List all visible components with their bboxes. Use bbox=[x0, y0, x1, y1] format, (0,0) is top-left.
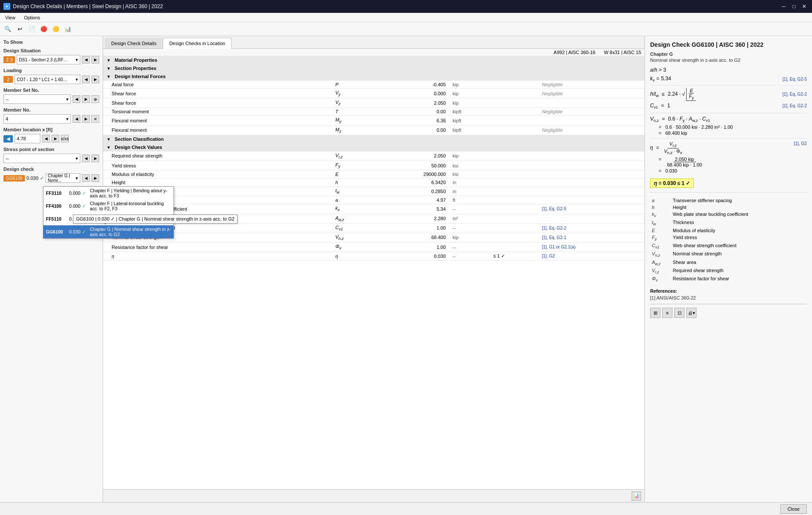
member-no-label: Member No. bbox=[3, 107, 99, 112]
dc-prev[interactable]: ◀ bbox=[82, 174, 90, 182]
ds-badge: 2.3 bbox=[3, 56, 15, 63]
ref-kv: [1], Eq. G2-5 bbox=[782, 77, 807, 82]
menu-view[interactable]: View bbox=[3, 14, 18, 21]
tool-search[interactable]: 🔍 bbox=[3, 24, 13, 34]
rp-btn-print-dropdown[interactable]: 🖨▾ bbox=[686, 308, 696, 318]
sp-next[interactable]: ▶ bbox=[91, 154, 99, 162]
table-row: Resistance factor for shear Φv 1.00 -- [… bbox=[103, 242, 645, 252]
list-item: Φv Resistance factor for shear bbox=[650, 275, 807, 283]
formula-vn-calc1: = 0.6 · 50.000 ksi · 2.280 in² · 1.00 bbox=[659, 124, 807, 130]
content-area: ▼ Material Properties ▼ Section Properti… bbox=[103, 56, 645, 489]
right-panel: Design Check GG6100 | AISC 360 | 2022 Ch… bbox=[645, 36, 812, 502]
rp-btn-list[interactable]: ≡ bbox=[662, 308, 672, 318]
member-no-select[interactable]: 4▾ bbox=[3, 114, 71, 124]
list-item: Vn,z Nominal shear strength bbox=[650, 250, 807, 258]
stress-point-label: Stress point of section bbox=[3, 147, 99, 152]
center-bottom-bar: 📊 bbox=[103, 489, 645, 502]
member-loc-label: Member location x [ft] bbox=[3, 127, 99, 132]
loc-next[interactable]: ▶ bbox=[52, 135, 59, 142]
mset-prev[interactable]: ◀ bbox=[73, 95, 80, 103]
loading-label: Loading bbox=[3, 68, 99, 73]
formula-section: a/h > 3 kv=5.34 [1], Eq. G2-5 h/tw ≤ 2.2… bbox=[650, 67, 807, 190]
rp-bottom-bar: ⊞ ≡ ⊡ 🖨▾ bbox=[650, 304, 807, 318]
list-item: tw Thickness bbox=[650, 219, 807, 227]
loading-badge: 2 bbox=[3, 76, 13, 83]
rp-btn-view[interactable]: ⊡ bbox=[674, 308, 684, 318]
dc-tooltip: GG6100 | 0.030 ✓ | Chapter G | Nominal s… bbox=[73, 215, 103, 224]
rp-btn-grid[interactable]: ⊞ bbox=[650, 308, 660, 318]
sp-prev[interactable]: ◀ bbox=[82, 154, 90, 162]
table-row: Torsional moment T 0.00 kipft Negligible bbox=[103, 108, 645, 116]
ref-eta: [1], G2 bbox=[794, 141, 807, 146]
section-dc-values[interactable]: ▼ Design Check Values bbox=[103, 143, 645, 151]
loading-prev[interactable]: ◀ bbox=[82, 76, 90, 83]
dc-value-display: 0.030 bbox=[27, 176, 39, 181]
table-row: Web shear strength coefficient Cv1 1.00 … bbox=[103, 223, 645, 233]
center-panel: Design Check Details Design Checks in Lo… bbox=[103, 36, 645, 502]
list-item: kv Web plate shear buckling coefficient bbox=[650, 211, 807, 219]
ds-prev[interactable]: ◀ bbox=[82, 56, 90, 64]
tool-yellow[interactable]: 🟡 bbox=[51, 24, 61, 34]
dc-desc-select[interactable]: Chapter G | Nomi...▾ bbox=[46, 173, 80, 183]
minimize-button[interactable]: ─ bbox=[779, 2, 788, 11]
tool-chart[interactable]: 📊 bbox=[63, 24, 73, 34]
tool-doc[interactable]: 📄 bbox=[27, 24, 37, 34]
mno-action[interactable]: ✕ bbox=[91, 115, 99, 123]
table-row: Yield stress Fy 50.000 ksi bbox=[103, 161, 645, 170]
close-button[interactable]: Close bbox=[780, 504, 807, 514]
tab-location[interactable]: Design Checks in Location bbox=[163, 38, 231, 49]
rp-title: Design Check GG6100 | AISC 360 | 2022 bbox=[650, 41, 807, 48]
list-item: E Modulus of elasticity bbox=[650, 227, 807, 234]
mno-prev[interactable]: ◀ bbox=[73, 115, 80, 123]
tool-back[interactable]: ↩ bbox=[15, 24, 25, 34]
loc-indicator: ◀ bbox=[3, 135, 13, 142]
dc-code-badge: GG6100 bbox=[3, 175, 25, 182]
stress-point-select[interactable]: --▾ bbox=[3, 154, 80, 163]
close-window-button[interactable]: ✕ bbox=[800, 2, 809, 11]
table-row: Axial force P -0.405 kip Negligible bbox=[103, 81, 645, 89]
ref-cv1: [1], Eq. G2-2 bbox=[782, 103, 807, 108]
section-properties[interactable]: ▼ Section Properties bbox=[103, 64, 645, 73]
ref-item: [1] ANSI/AISC 360-22 bbox=[650, 295, 807, 300]
section-material[interactable]: ▼ Material Properties bbox=[103, 56, 645, 64]
center-export-btn[interactable]: 📊 bbox=[632, 491, 641, 501]
tool-red[interactable]: 🔴 bbox=[39, 24, 49, 34]
title-bar: ✦ Design Check Details | Members | Steel… bbox=[0, 0, 812, 13]
tab-details[interactable]: Design Check Details bbox=[105, 38, 163, 48]
app-icon: ✦ bbox=[3, 3, 10, 10]
table-row: Modulus of elasticity E 29000.000 ksi bbox=[103, 170, 645, 179]
maximize-button[interactable]: □ bbox=[790, 2, 798, 11]
dc-option-ff3110[interactable]: FF3110 0.000 ✓ Chapter F | Yielding | Be… bbox=[43, 187, 103, 200]
formula-vn-calc2: = 68.400 kip bbox=[659, 130, 807, 136]
header-section: W 8x31 | AISC 15 bbox=[604, 50, 641, 55]
mno-next[interactable]: ▶ bbox=[82, 115, 90, 123]
formula-ah: a/h > 3 bbox=[650, 67, 666, 73]
loc-prev[interactable]: ◀ bbox=[42, 135, 50, 142]
ds-next[interactable]: ▶ bbox=[91, 56, 99, 64]
references-section: References: [1] ANSI/AISC 360-22 bbox=[650, 288, 807, 300]
loading-select[interactable]: CO7 - 1.20 * LC1 + 1.60 * LC3 + ... ▾ bbox=[15, 75, 80, 84]
list-item: Aw,z Shear area bbox=[650, 259, 807, 267]
dc-option-gg6100[interactable]: GG6100 0.030 ✓ Chapter G | Nominal shear… bbox=[43, 225, 103, 238]
dc-next[interactable]: ▶ bbox=[91, 174, 99, 182]
design-situation-label: Design Situation bbox=[3, 48, 99, 53]
properties-table: ▼ Material Properties ▼ Section Properti… bbox=[103, 56, 645, 261]
loading-next[interactable]: ▶ bbox=[91, 76, 99, 83]
menu-options[interactable]: Options bbox=[21, 14, 43, 21]
member-set-select[interactable]: --▾ bbox=[3, 94, 71, 104]
legend-table: a Transverse stiffener spacing h Height … bbox=[650, 197, 807, 284]
mset-next[interactable]: ▶ bbox=[82, 95, 90, 103]
ds-select[interactable]: DS1 - Section 2.3 (LRFD), 1. to 5. ▾ bbox=[17, 55, 80, 64]
dc-status-check: ✓ bbox=[40, 176, 44, 181]
section-classification[interactable]: ▼ Section Classification bbox=[103, 135, 645, 143]
left-panel: To Show Design Situation 2.3 DS1 - Secti… bbox=[0, 36, 103, 502]
member-loc-input[interactable] bbox=[15, 134, 40, 143]
toolbar: 🔍 ↩ 📄 🔴 🟡 📊 bbox=[0, 22, 812, 36]
dc-option-ff4100[interactable]: FF4100 0.000 ✓ Chapter F | Lateral-torsi… bbox=[43, 200, 103, 212]
loc-fraction[interactable]: x/xs bbox=[61, 135, 69, 142]
table-row: Height h 6.3420 in bbox=[103, 179, 645, 187]
mset-action[interactable]: ⊕ bbox=[91, 95, 99, 103]
section-internal-forces[interactable]: ▼ Design Internal Forces bbox=[103, 73, 645, 81]
table-row: Shear force Vz 2.050 kip bbox=[103, 98, 645, 108]
table-row: Transverse stiffener spacing a 4.97 ft bbox=[103, 196, 645, 204]
